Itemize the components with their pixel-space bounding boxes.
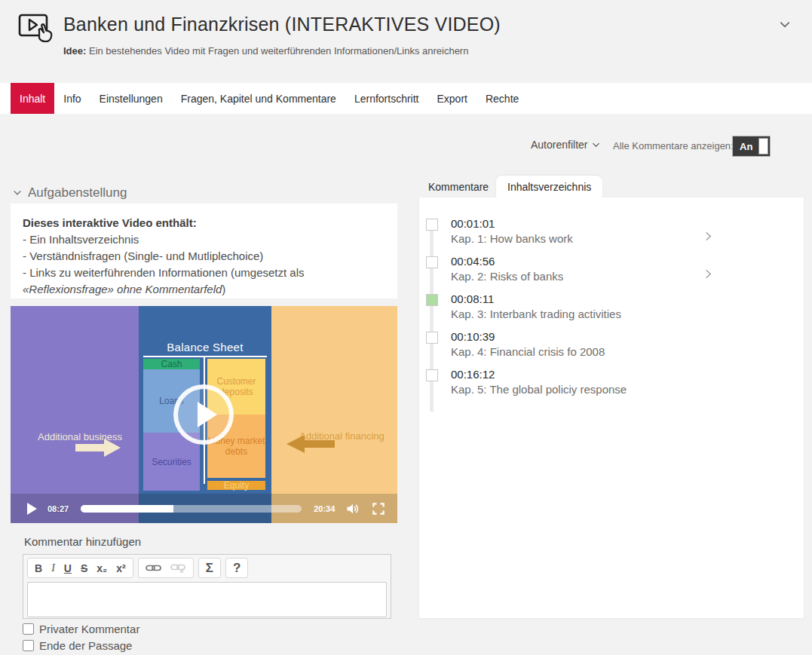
tab-inhalt[interactable]: Inhalt [11,83,54,114]
tab-einstellungen[interactable]: Einstellungen [90,83,172,114]
tab-info[interactable]: Info [54,83,90,114]
chapter-checkbox[interactable] [426,294,438,306]
seek-bar-fill [81,505,173,513]
chapter-title[interactable]: Kap. 1: How banks work [451,232,573,245]
chapter-title[interactable]: Kap. 4: Financial crisis fo 2008 [451,345,605,358]
link-icon[interactable] [146,563,161,573]
bold-button[interactable]: B [35,563,42,574]
chevron-right-icon[interactable] [703,231,714,242]
big-play-button[interactable] [173,384,234,445]
toggle-state-label: An [733,141,758,152]
task-description-box: Dieses interaktive Video enthält: - Ein … [11,204,397,298]
task-section-header[interactable]: Aufgabenstellung [12,185,127,200]
page-header: Banken und Finanzkrisen (INTERAKTIVES VI… [0,0,812,83]
end-of-passage-checkbox[interactable] [23,640,34,651]
chapter-row: 00:16:12 Kap. 5: The global policiy resp… [419,368,804,406]
slide-right-band [271,306,397,523]
task-intro: Dieses interaktive Video enthält: [23,215,385,231]
author-filter-label: Autorenfilter [531,139,587,151]
author-filter-dropdown[interactable]: Autorenfilter [531,139,601,151]
main-tab-bar: Inhalt Info Einstellungen Fragen, Kapite… [0,83,812,114]
chapter-time: 00:04:56 [451,255,495,268]
table-of-contents-panel: 00:01:01 Kap. 1: How banks work 00:04:56… [419,197,804,618]
left-arrow-icon [286,435,335,453]
chapter-checkbox[interactable] [426,219,438,231]
chapter-row: 00:08:11 Kap. 3: Interbank trading activ… [419,292,804,330]
volume-icon[interactable] [345,501,360,516]
tab-export[interactable]: Export [428,83,476,114]
show-all-comments-toggle[interactable]: An [732,136,771,157]
asset-cash-block: Cash [143,359,200,369]
chapter-row: 00:10:39 Kap. 4: Financial crisis fo 200… [419,330,804,368]
help-button[interactable]: ? [233,562,241,574]
private-comment-label: Privater Kommentar [39,623,139,635]
interactive-video-icon [17,12,54,47]
idea-text: Ein bestehendes Video mit Fragen und wei… [86,45,468,57]
chevron-down-icon [591,140,601,150]
subscript-button[interactable]: x₂ [97,563,107,574]
strikethrough-button[interactable]: S [81,563,87,574]
end-of-passage-row: Ende der Passage [23,639,132,652]
show-all-comments-label: Alle Kommentare anzeigen: [613,140,734,152]
task-item-2: - Verständnisfragen (Single- und Mutlipl… [23,248,385,265]
task-item-3-italic: «Reflexionsfrage» ohne Kommentarfeld [23,283,222,295]
comment-input[interactable] [27,582,387,617]
chapter-row: 00:01:01 Kap. 1: How banks work [419,217,804,255]
task-section-title: Aufgabenstellung [28,185,127,200]
tab-fragen-kapitel-kommentare[interactable]: Fragen, Kapitel und Kommentare [172,83,345,114]
math-sigma-button[interactable]: Σ [206,562,213,574]
chapter-time: 00:01:01 [451,217,495,230]
chapter-title[interactable]: Kap. 5: The global policiy response [451,383,627,396]
tab-inhaltsverzeichnis[interactable]: Inhaltsverzeichnis [496,176,602,197]
collapse-header-chevron-icon[interactable] [778,18,792,32]
slide-left-band [11,306,139,523]
chapter-checkbox[interactable] [426,332,438,344]
seek-bar[interactable] [81,505,302,513]
editor-toolbar: B I U S x₂ x² Σ ? [23,555,391,581]
page-subtitle: Idee: Ein bestehendes Video mit Fragen u… [63,45,468,57]
video-player[interactable]: Balance Sheet Cash Loans Securities Cust… [11,306,397,523]
tab-rechte[interactable]: Rechte [476,83,528,114]
balance-sheet-divider [143,356,267,357]
comment-editor: B I U S x₂ x² Σ ? [23,554,391,619]
underline-button[interactable]: U [64,563,72,574]
liability-equity-block: Equity [207,481,265,490]
chapter-title[interactable]: Kap. 2: Risks of banks [451,270,563,283]
idea-label: Idee: [63,45,86,57]
fullscreen-icon[interactable] [371,501,386,516]
chevron-down-icon [12,188,23,198]
tab-kommentare[interactable]: Kommentare [428,181,489,193]
right-arrow-icon [75,439,121,457]
chapter-checkbox[interactable] [426,256,438,268]
task-item-3: - Links zu weiterführenden Informationen… [23,265,385,298]
chapter-time: 00:08:11 [451,292,494,305]
duration: 20:34 [314,504,335,513]
superscript-button[interactable]: x² [116,563,125,574]
play-button[interactable] [27,503,37,515]
video-controls-bar: 08:27 20:34 [11,494,397,523]
private-comment-checkbox[interactable] [23,623,34,635]
current-time: 08:27 [47,504,69,513]
page-title: Banken und Finanzkrisen (INTERAKTIVES VI… [63,14,501,35]
chapter-time: 00:16:12 [451,368,495,381]
chapter-checkbox[interactable] [426,369,438,381]
toggle-knob [758,138,768,155]
tab-lernfortschritt[interactable]: Lernfortschritt [345,83,428,114]
private-comment-row: Privater Kommentar [23,623,139,635]
add-comment-label: Kommentar hinzufügen [24,535,141,548]
end-of-passage-label: Ende der Passage [39,639,132,652]
chevron-right-icon[interactable] [703,268,714,280]
play-icon [198,402,217,427]
italic-button[interactable]: I [51,563,55,574]
balance-sheet-title: Balance Sheet [139,341,271,354]
unlink-icon[interactable] [170,563,186,573]
chapter-title[interactable]: Kap. 3: Interbank trading activities [451,308,621,320]
chapter-time: 00:10:39 [451,330,495,343]
chapter-row: 00:04:56 Kap. 2: Risks of banks [419,255,804,292]
task-item-1: - Ein Inhaltsverzeichnis [23,231,385,248]
